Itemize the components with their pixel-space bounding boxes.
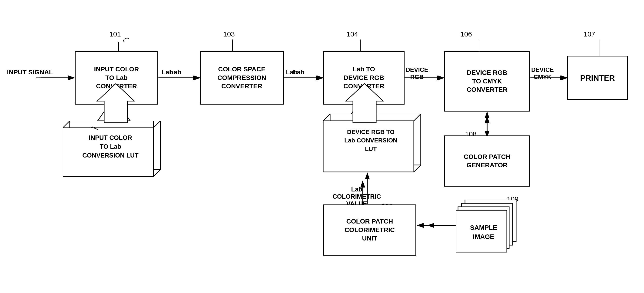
lab-label-1: Lab xyxy=(162,68,173,76)
ref-106: 106 xyxy=(460,30,472,38)
svg-line-23 xyxy=(154,170,160,177)
ref-101: 101 xyxy=(109,30,121,38)
ref-103: 103 xyxy=(223,30,235,38)
device-cmyk-label: DEVICECMYK xyxy=(531,66,554,81)
device-rgb-label: DEVICERGB xyxy=(406,66,428,81)
device-rgb-to-cmyk-block: DEVICE RGBTO CMYKCONVERTER xyxy=(444,51,530,112)
input-color-lab-converter-block: INPUT COLORTO LabCONVERTER xyxy=(75,51,158,105)
input-signal-label: INPUT SIGNAL xyxy=(7,68,53,76)
device-rgb-lab-lut-block: DEVICE RGB TOLab CONVERSIONLUT xyxy=(323,114,421,172)
lab-label-2: Lab xyxy=(286,68,298,76)
printer-block: PRINTER xyxy=(567,56,628,100)
ref-107: 107 xyxy=(584,30,595,38)
svg-line-20 xyxy=(63,121,70,128)
input-color-lab-lut-block: INPUT COLORTO LabCONVERSION LUT xyxy=(63,121,160,174)
svg-line-29 xyxy=(414,165,421,172)
color-patch-colorimetric-block: COLOR PATCHCOLORIMETRICUNIT xyxy=(323,205,416,256)
lab-to-device-rgb-block: Lab TODEVICE RGBCONVERTER xyxy=(323,51,404,105)
svg-line-26 xyxy=(323,114,330,121)
color-patch-generator-block: COLOR PATCHGENERATOR xyxy=(444,135,530,187)
color-space-compression-block: COLOR SPACECOMPRESSIONCONVERTER xyxy=(200,51,284,105)
sample-image-block: SAMPLEIMAGE xyxy=(456,200,521,257)
ref-104: 104 xyxy=(346,30,358,38)
